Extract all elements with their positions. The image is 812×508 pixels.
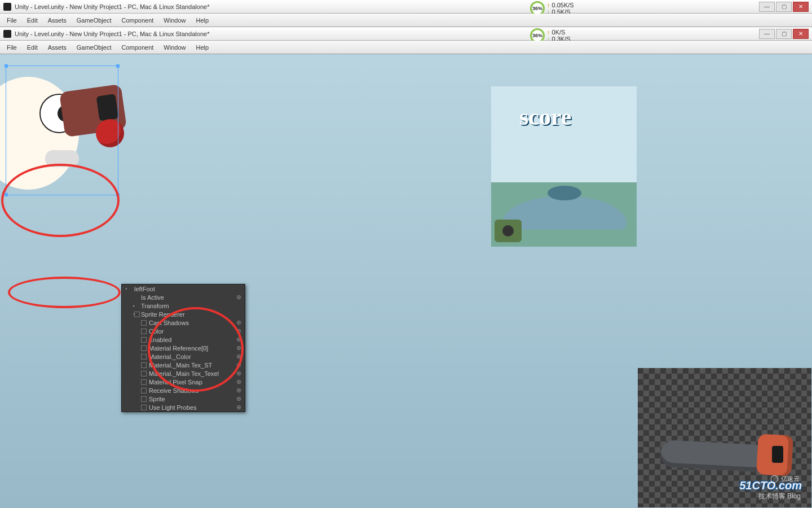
menu-bar-2[interactable]: File Edit Assets GameObject Component Wi… <box>0 41 812 54</box>
popup-property[interactable]: Material._Main Tex_ST⊕ <box>122 361 245 369</box>
popup-property[interactable]: Enabled⊕ <box>122 335 245 344</box>
popup-property[interactable]: Material._Main Tex_Texel⊕ <box>122 369 245 378</box>
maximize-button[interactable]: ▢ <box>776 2 792 12</box>
popup-property[interactable]: Receive Shadows⊕ <box>122 386 245 395</box>
menu-component[interactable]: Component <box>117 16 158 25</box>
menu-window[interactable]: Window <box>159 16 190 25</box>
popup-root[interactable]: ▾leftFoot <box>122 284 245 293</box>
add-curve-popup[interactable]: ▾leftFoot ⊕Is Active ▸Transform ▾Sprite … <box>121 284 245 412</box>
popup-property[interactable]: Use Light Probes⊕ <box>122 403 245 411</box>
bazooka-sprite <box>660 430 790 481</box>
popup-item[interactable]: ▸Transform <box>122 301 245 310</box>
window-title-2: Unity - Level.unity - New Unity Project1… <box>15 30 209 37</box>
minimize-button[interactable]: — <box>759 29 775 39</box>
window-title-1: Unity - Level.unity - New Unity Project1… <box>15 3 209 10</box>
maximize-button[interactable]: ▢ <box>776 29 792 39</box>
scene-viewport[interactable] <box>338 67 491 247</box>
menu-edit[interactable]: Edit <box>23 16 42 25</box>
menu-gameobject[interactable]: GameObject <box>72 43 116 52</box>
window-titlebar-1: Unity - Level.unity - New Unity Project1… <box>0 0 812 14</box>
menu-help[interactable]: Help <box>191 16 213 25</box>
menu-window[interactable]: Window <box>159 43 190 52</box>
window-controls-2: — ▢ ✕ <box>759 29 809 39</box>
unity-icon <box>3 3 11 11</box>
menu-component[interactable]: Component <box>117 43 158 52</box>
unity-icon <box>3 30 11 38</box>
popup-item[interactable]: ⊕Is Active <box>122 293 245 301</box>
menu-bar-1[interactable]: File Edit Assets GameObject Component Wi… <box>0 14 812 27</box>
score-label: score <box>519 103 572 130</box>
menu-edit[interactable]: Edit <box>23 43 42 52</box>
menu-file[interactable]: File <box>2 43 21 52</box>
close-button[interactable]: ✕ <box>793 2 809 12</box>
popup-property[interactable]: Material.Pixel Snap⊕ <box>122 378 245 386</box>
menu-file[interactable]: File <box>2 16 21 25</box>
window-titlebar-2: Unity - Level.unity - New Unity Project1… <box>0 27 812 41</box>
watermark-brand: ◯ 亿速云 <box>770 474 800 483</box>
popup-item[interactable]: ▾Sprite Renderer <box>122 310 245 318</box>
menu-gameobject[interactable]: GameObject <box>72 16 116 25</box>
window-controls-1: — ▢ ✕ <box>759 2 809 12</box>
close-button[interactable]: ✕ <box>793 29 809 39</box>
minimize-button[interactable]: — <box>759 2 775 12</box>
popup-property[interactable]: Cast Shadows⊕ <box>122 318 245 327</box>
menu-assets[interactable]: Assets <box>43 43 71 52</box>
watermark-sub: 技术博客 Blog <box>758 492 801 501</box>
menu-help[interactable]: Help <box>191 43 213 52</box>
menu-assets[interactable]: Assets <box>43 16 71 25</box>
popup-property[interactable]: Color⊕ <box>122 327 245 335</box>
game-viewport: score <box>491 86 637 247</box>
popup-property[interactable]: Material._Color⊕ <box>122 352 245 361</box>
popup-property[interactable]: Sprite⊕ <box>122 395 245 403</box>
popup-property[interactable]: Material Reference[0]⊕ <box>122 344 245 352</box>
